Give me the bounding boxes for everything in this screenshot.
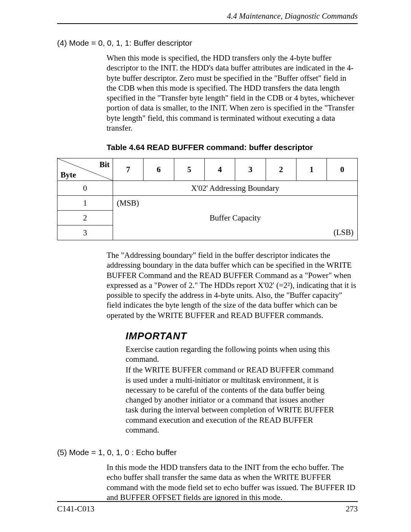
table-corner-cell: Bit Byte: [57, 158, 113, 181]
section-4-body: When this mode is specified, the HDD tra…: [107, 53, 358, 133]
corner-byte-label: Byte: [61, 170, 76, 180]
bit-col-6: 6: [143, 158, 174, 181]
important-paragraph-2: If the WRITE BUFFER command or READ BUFF…: [126, 365, 335, 435]
footer-rule: [57, 501, 358, 502]
corner-bit-label: Bit: [99, 160, 110, 169]
table-row: 0 X'02' Addressing Boundary: [57, 181, 358, 196]
table-row: 1 (MSB): [57, 196, 358, 211]
bit-col-5: 5: [174, 158, 204, 181]
table-row: Bit Byte 7 6 5 4 3 2 1 0: [57, 158, 358, 181]
bit-col-7: 7: [113, 158, 143, 181]
byte-label: 0: [57, 181, 113, 196]
footer-doc-id: C141-C013: [57, 504, 94, 514]
table-row: 2 Buffer Capacity: [57, 211, 358, 225]
table-row: 3 (LSB): [57, 225, 358, 240]
important-label: IMPORTANT: [126, 330, 358, 342]
byte-label: 1: [57, 196, 113, 211]
section-5-title: (5) Mode = 1, 0, 1, 0 : Echo buffer: [57, 448, 358, 457]
after-table-body: The "Addressing boundary" field in the b…: [107, 250, 358, 320]
important-paragraph-1: Exercise caution regarding the following…: [126, 344, 335, 364]
row3-span: (LSB): [113, 225, 358, 240]
buffer-descriptor-table: Bit Byte 7 6 5 4 3 2 1 0 0 X'02' Address…: [57, 158, 358, 240]
table-caption: Table 4.64 READ BUFFER command: buffer d…: [107, 143, 358, 152]
top-rule: [57, 23, 358, 24]
row0-span: X'02' Addressing Boundary: [113, 181, 358, 196]
bit-col-2: 2: [266, 158, 296, 181]
section-4-title: (4) Mode = 0, 0, 1, 1: Buffer descriptor: [57, 38, 358, 48]
running-header: 4.4 Maintenance, Diagnostic Commands: [57, 11, 358, 23]
bit-col-3: 3: [235, 158, 266, 181]
byte-label: 3: [57, 225, 113, 240]
footer-page-number: 273: [346, 504, 358, 514]
row2-span: Buffer Capacity: [113, 211, 358, 225]
row1-span: (MSB): [113, 196, 358, 211]
byte-label: 2: [57, 211, 113, 225]
bit-col-4: 4: [205, 158, 235, 181]
bit-col-0: 0: [327, 158, 358, 181]
page-content: 4.4 Maintenance, Diagnostic Commands (4)…: [57, 11, 358, 502]
page-footer: C141-C013 273: [57, 501, 358, 514]
bit-col-1: 1: [296, 158, 327, 181]
section-5-body: In this mode the HDD transfers data to t…: [107, 462, 358, 502]
